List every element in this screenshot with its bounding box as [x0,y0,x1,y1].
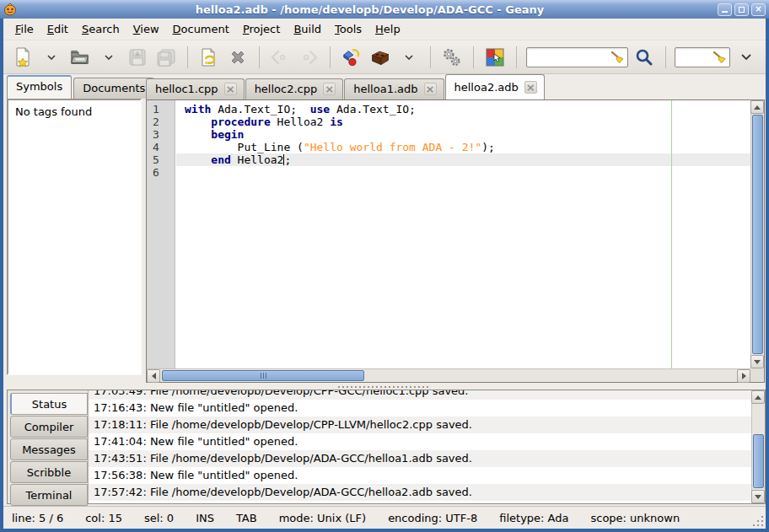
search-button[interactable] [632,44,657,71]
goto-line-entry [675,47,730,67]
no-tags-label: No tags found [15,105,92,118]
tab-close-icon[interactable]: × [323,83,336,95]
menu-tools[interactable]: Tools [328,19,368,39]
tab-status[interactable]: Status [10,393,88,415]
log-vscrollbar[interactable] [751,390,765,503]
toolbar-overflow-button[interactable] [734,44,759,71]
scroll-right-button[interactable] [737,369,750,383]
editor-messages-splitter[interactable] [3,384,766,390]
close-window-button[interactable]: × [751,3,766,16]
tab-messages[interactable]: Messages [10,438,88,460]
tab-close-icon[interactable]: × [224,83,237,95]
log-row[interactable]: 17:43:51: File /home/developb/Develop/AD… [89,450,751,467]
statusbar: line: 5 / 6 col: 15 sel: 0 INS TAB mode:… [3,506,766,529]
line-number-gutter: 1 2 3 4 5 6 [147,100,175,368]
maximize-icon [739,7,745,13]
compile-button[interactable] [339,44,364,71]
code-line: Put_Line ("Hello world from ADA - 2!"); [176,141,750,153]
sidebar-tabs: Symbols Documents [7,76,142,99]
build-dropdown[interactable] [396,44,422,71]
geany-app-icon [3,3,17,16]
close-icon: × [755,5,761,13]
menu-build[interactable]: Build [287,19,328,39]
toolbar-separator [665,46,666,68]
gears-icon [442,46,462,68]
menubar: File Edit Search View Document Project B… [3,19,766,40]
save-all-icon [156,48,176,67]
menu-search[interactable]: Search [75,19,126,39]
editor-hscrollbar[interactable] [147,368,750,382]
revert-button[interactable] [196,44,222,71]
log-row[interactable]: 17:18:11: File /home/developb/Develop/CP… [89,416,751,433]
tab-compiler[interactable]: Compiler [10,416,88,438]
build-button[interactable] [368,44,393,71]
status-scope: scope: unknown [590,512,680,524]
tab-close-icon[interactable]: × [424,83,437,95]
line-number: 3 [153,128,175,141]
editor-vscrollbar[interactable] [750,100,764,368]
run-button[interactable] [439,44,465,71]
clear-search-icon[interactable] [610,51,625,65]
document-tabs: helloc1.cpp × helloc2.cpp × helloa1.adb … [144,74,766,99]
menu-help[interactable]: Help [368,19,407,39]
tab-helloa1-adb[interactable]: helloa1.adb × [344,78,444,99]
message-window: Status Compiler Messages Scribble Termin… [7,390,766,504]
log-vscroll-thumb[interactable] [753,434,764,488]
log-row[interactable]: 17:03:49: File /home/developb/Develop/CP… [89,390,751,400]
new-file-dropdown[interactable] [39,44,64,71]
open-file-button[interactable] [67,44,93,71]
revert-icon [199,47,219,67]
thumb-grip [261,373,266,379]
tab-helloa2-adb[interactable]: helloa2.adb × [445,74,545,99]
tab-documents[interactable]: Documents [73,78,154,99]
scroll-up-button[interactable] [751,390,765,404]
titlebar[interactable]: helloa2.adb - /home/developb/Develop/ADA… [0,0,769,19]
tab-helloc2-cpp[interactable]: helloc2.cpp × [245,78,344,99]
tab-close-icon[interactable]: × [524,81,537,94]
tab-label: helloc1.cpp [155,83,218,95]
save-button[interactable] [125,44,150,71]
vscroll-thumb[interactable] [752,115,763,354]
message-tabs: Status Compiler Messages Scribble Termin… [8,390,89,503]
log-row[interactable]: 17:56:38: New file "untitled" opened. [89,467,751,484]
new-file-button[interactable] [10,44,35,71]
hscroll-thumb[interactable] [162,370,364,381]
new-file-icon [13,46,33,68]
forward-icon [298,50,319,65]
scroll-down-button[interactable] [750,355,764,368]
tab-terminal[interactable]: Terminal [10,484,88,506]
open-file-dropdown[interactable] [96,44,121,71]
log-row[interactable]: 17:16:43: New file "untitled" opened. [89,400,751,416]
color-grid-icon [485,47,505,67]
scroll-down-button[interactable] [751,490,765,503]
line-number: 5 [153,153,175,166]
code-line-current: end Helloa2; [176,153,750,166]
navigate-forward-button[interactable] [296,44,321,71]
menu-edit[interactable]: Edit [40,19,75,39]
tab-symbols[interactable]: Symbols [7,75,72,99]
resize-grip[interactable] [752,515,764,527]
arrow-down-icon [754,360,761,368]
navigate-back-button[interactable] [267,44,293,71]
tab-label: helloc2.cpp [255,83,318,95]
code-editor[interactable]: with Ada.Text_IO; use Ada.Text_IO; proce… [176,100,750,368]
log-row[interactable]: 17:57:42: File /home/developb/Develop/AD… [89,484,751,501]
scroll-left-button[interactable] [147,369,160,383]
status-column: col: 15 [85,512,122,524]
close-document-button[interactable] [225,44,250,71]
log-row[interactable]: 17:41:04: New file "untitled" opened. [89,433,751,450]
status-selection: sel: 0 [144,512,174,524]
menu-document[interactable]: Document [166,19,236,39]
scroll-up-button[interactable] [750,100,764,114]
maximize-button[interactable] [734,3,749,16]
clear-goto-icon[interactable] [713,51,727,65]
tab-helloc1-cpp[interactable]: helloc1.cpp × [146,78,245,99]
menu-file[interactable]: File [8,19,40,39]
menu-project[interactable]: Project [236,19,288,39]
tab-scribble[interactable]: Scribble [10,461,88,483]
color-chooser-button[interactable] [482,44,508,71]
menu-view[interactable]: View [126,19,166,39]
symbols-panel[interactable]: No tags found [7,99,142,375]
minimize-button[interactable] [718,3,732,16]
save-all-button[interactable] [153,44,179,71]
